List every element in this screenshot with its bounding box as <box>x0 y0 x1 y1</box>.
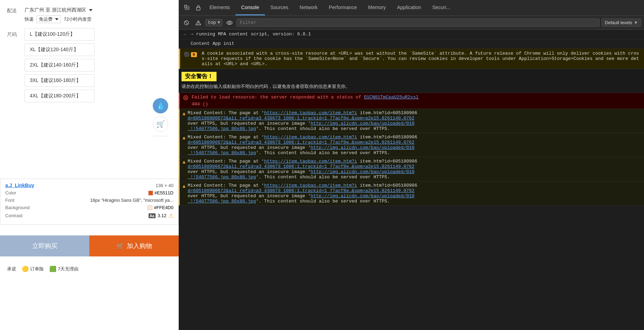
add-to-cart-button[interactable]: 🛒 加入购物 <box>89 235 179 256</box>
security-warning-box: 安全警告！ 请勿在此控制台输入或粘贴你不明白的代码，以避免攻击者窃取你的信息来冒… <box>179 69 644 93</box>
size-btn-xl[interactable]: XL【建议120-140斤】 <box>25 43 95 56</box>
mixed-link-4c[interactable]: http://img.alicdn.com/bao/uploaded/010 <box>310 193 414 199</box>
mixed-link-2c[interactable]: http://img.alicdn.com/bao/uploaded/010 <box>310 145 414 150</box>
console-line-error: Failed to load resource: the server resp… <box>179 93 644 109</box>
security-warning-title: 安全警告！ <box>181 72 217 81</box>
delivery-route: 广东广州 至 浙江杭州西湖区 <box>25 7 93 13</box>
info-icon-empty <box>181 41 188 47</box>
inspector-element-link[interactable]: a.J_LinkBuy <box>5 183 34 188</box>
left-panel: 配送 广东广州 至 浙江杭州西湖区 快递 免运费 72小时内发货 尺码 L【建议… <box>0 0 179 330</box>
devtools-inspect-icon[interactable] <box>181 0 193 15</box>
inspector-color-label: Color <box>5 190 16 195</box>
error-message: Failed to load resource: the server resp… <box>192 94 641 108</box>
return-label: 7天无理由 <box>58 266 78 272</box>
mixed-content-text-3: Mixed Content: The page at 'https://item… <box>187 159 641 180</box>
tab-sources[interactable]: Sources <box>265 0 294 15</box>
inspector-font-label: Font <box>5 198 14 203</box>
svg-rect-1 <box>197 7 200 10</box>
mixed-link-4a[interactable]: https://item.taobao.com/item.htm?i <box>264 183 357 188</box>
eye-icon[interactable] <box>225 18 234 28</box>
mixed-link-2b[interactable]: d=605180906672&ali_refid=a3_430673_1006:… <box>187 140 415 145</box>
inspector-bg-row: Background #FFE4D0 <box>5 205 173 210</box>
size-label: 尺码 <box>7 28 25 38</box>
inspector-dimensions: 136 × 40 <box>156 183 173 188</box>
svg-line-3 <box>185 21 188 24</box>
error-resource-link[interactable]: O1CN01TmCpaU25uR2ssl <box>364 95 418 100</box>
mixed-link-2a[interactable]: https://item.taobao.com/item.htm?i <box>264 135 357 140</box>
return-icon: 🟩 <box>49 266 56 272</box>
delivery-label: 配送 <box>7 7 25 14</box>
promise-row: 承诺 🟡 订单险 🟩 7天无理由 <box>0 262 179 276</box>
tab-network[interactable]: Network <box>294 0 323 15</box>
context-selector[interactable]: top ▼ <box>205 19 222 26</box>
mixed-link-1b[interactable]: d=605180906672&ali_refid=a3_430673_1006:… <box>187 116 415 121</box>
cookie-count-badge: 6 <box>191 52 197 57</box>
mixed-content-1: ▲ Mixed Content: The page at 'https://it… <box>179 109 644 133</box>
inspector-contrast-label: Contrast <box>5 213 22 218</box>
mixed-link-3b[interactable]: d=605180906672&ali_refid=a3_430673_1006:… <box>187 164 415 169</box>
delivery-info: 广东广州 至 浙江杭州西湖区 快递 免运费 72小时内发货 <box>25 7 93 23</box>
shipping-free-dropdown[interactable]: 免运费 <box>36 15 61 23</box>
delivery-shipping: 快递 免运费 72小时内发货 <box>25 15 93 23</box>
mixed-link-3d[interactable]: _!!54077586.jpg_80x80.jpg <box>187 174 256 180</box>
size-options: L【建议100-120斤】 XL【建议120-140斤】 2XL【建议140-1… <box>25 28 172 102</box>
promise-label: 承诺 <box>7 266 16 272</box>
inspector-header-row: a.J_LinkBuy 136 × 40 <box>5 183 173 188</box>
no-error-icon[interactable] <box>193 18 203 28</box>
float-water-drop-icon[interactable]: 💧 <box>153 98 168 114</box>
devtools-tabs: Elements Console Sources Network Perform… <box>179 0 644 16</box>
default-levels-arrow: ▼ <box>633 20 638 25</box>
action-buttons: 立即购买 🛒 加入购物 <box>0 235 179 256</box>
tab-application[interactable]: Application <box>391 0 427 15</box>
script-message: → running MPA content script, version: 6… <box>191 31 641 38</box>
devtools-lock-icon[interactable] <box>193 0 204 15</box>
delivery-from: 广东广州 <box>25 7 44 13</box>
cookie-warning: ⚫ 6 A cookie associated with a cross-sit… <box>179 49 644 69</box>
mixed-content-text-1: Mixed Content: The page at 'https://item… <box>187 110 641 131</box>
mixed-link-2d[interactable]: _!!54077586.jpg_80x80.jpg <box>187 150 256 156</box>
mixed-warn-icon-4: ▲ <box>183 184 185 189</box>
tab-elements[interactable]: Elements <box>204 0 235 15</box>
delivery-arrow: 至 <box>46 7 50 13</box>
inspector-contrast-value: Aa 3.12 ⚠ <box>149 212 173 219</box>
inspector-contrast-row: Contrast Aa 3.12 ⚠ <box>5 212 173 219</box>
mixed-link-4b[interactable]: d=605180906672&ali_refid=a3_430673_1006:… <box>187 188 415 193</box>
context-dropdown-icon: ▼ <box>217 20 220 25</box>
size-btn-3xl[interactable]: 3XL【建议160-180斤】 <box>25 74 95 87</box>
float-divider <box>153 136 168 136</box>
delivery-section: 配送 广东广州 至 浙江杭州西湖区 快递 免运费 72小时内发货 <box>7 7 172 23</box>
default-levels-dropdown[interactable]: Default levels ▼ <box>602 19 641 27</box>
tab-console[interactable]: Console <box>235 0 265 15</box>
mixed-content-4: ▲ Mixed Content: The page at 'https://it… <box>179 181 644 206</box>
console-output[interactable]: → → running MPA content script, version:… <box>179 30 644 330</box>
mixed-link-1a[interactable]: https://item.taobao.com/item.htm?i <box>264 110 357 116</box>
tab-security[interactable]: Securi... <box>427 0 456 15</box>
buy-now-button[interactable]: 立即购买 <box>0 235 89 256</box>
cookie-warning-icon: ⚫ <box>184 51 190 57</box>
size-btn-4xl[interactable]: 4XL【建议180-200斤】 <box>25 90 95 102</box>
promise-item-insurance: 🟡 订单险 <box>22 266 44 272</box>
contrast-aa-icon: Aa <box>149 213 156 218</box>
mixed-link-3c[interactable]: http://img.alicdn.com/bao/uploaded/010 <box>310 169 414 174</box>
size-btn-l[interactable]: L【建议100-120斤】 <box>25 28 95 41</box>
mixed-link-3a[interactable]: https://item.taobao.com/item.htm?i <box>264 159 357 164</box>
mixed-content-3: ▲ Mixed Content: The page at 'https://it… <box>179 157 644 181</box>
float-cart-icon[interactable]: 🛒 <box>153 116 168 132</box>
mixed-link-4d[interactable]: _!!54077586.jpg_80x80.jpg <box>187 199 256 204</box>
mixed-link-1d[interactable]: _!!54077586.jpg_80x80.jpg <box>187 126 256 131</box>
inspector-font-value: 16px "Hiragino Sans GB", "microsoft ya..… <box>90 198 173 203</box>
info-arrow-icon: → <box>181 32 188 38</box>
tab-performance[interactable]: Performance <box>323 0 362 15</box>
shipping-time: 72小时内发货 <box>64 16 91 22</box>
mixed-warn-icon-3: ▲ <box>183 159 185 165</box>
delivery-dropdown-icon[interactable] <box>89 9 93 11</box>
security-warning-msg: 请勿在此控制台输入或粘贴你不明白的代码，以避免攻击者窃取你的信息来冒充你。 <box>181 83 641 90</box>
mixed-link-1c[interactable]: http://img.alicdn.com/bao/uploaded/010 <box>310 121 414 126</box>
insurance-label: 订单险 <box>30 266 44 272</box>
tab-memory[interactable]: Memory <box>363 0 392 15</box>
clear-console-button[interactable] <box>181 18 191 28</box>
promise-item-return: 🟩 7天无理由 <box>49 266 78 272</box>
inspector-color-row: Color #E5511D <box>5 190 173 195</box>
size-btn-2xl[interactable]: 2XL【建议140-160斤】 <box>25 59 95 71</box>
filter-input[interactable] <box>237 19 600 27</box>
